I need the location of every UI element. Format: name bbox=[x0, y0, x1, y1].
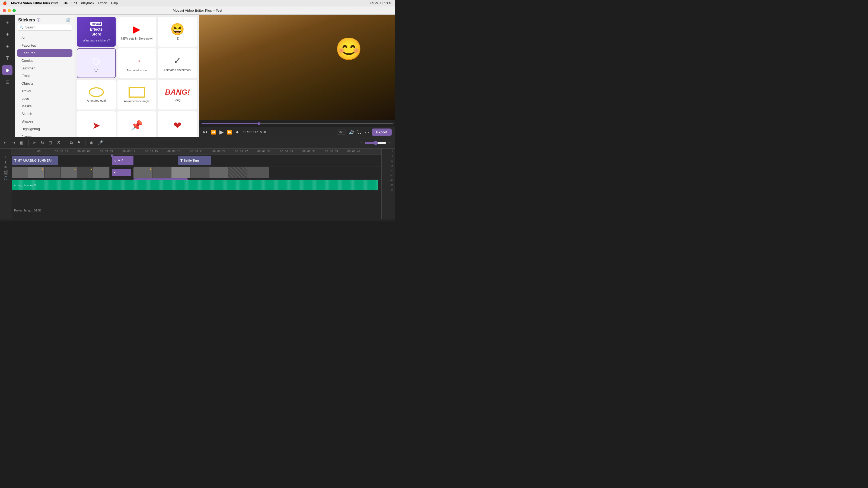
delete-button[interactable]: 🗑 bbox=[19, 139, 25, 147]
undo-button[interactable]: ↩ bbox=[3, 139, 8, 147]
text-track-icon: T bbox=[5, 161, 6, 164]
menu-help[interactable]: Help bbox=[111, 1, 118, 5]
sticker-oval[interactable]: Animated oval bbox=[77, 80, 116, 109]
ruler-9: 00:00:09 bbox=[95, 150, 118, 153]
menu-playback[interactable]: Playback bbox=[81, 1, 94, 5]
stickers-grid: movavi EffectsStore Want more stickers? … bbox=[77, 17, 197, 137]
apple-icon[interactable]: 🍎 bbox=[3, 1, 7, 5]
menu-export[interactable]: Export bbox=[98, 1, 107, 5]
title-icon-1: T bbox=[14, 158, 17, 163]
nav-highlighting[interactable]: Highlighting bbox=[17, 125, 72, 133]
sticker-arrow[interactable]: → Animated arrow bbox=[118, 48, 156, 78]
tool-filter[interactable]: ⊞ bbox=[2, 41, 12, 52]
nav-sketch[interactable]: Sketch bbox=[17, 110, 72, 118]
aspect-ratio[interactable]: 16:9 bbox=[337, 130, 346, 134]
sticker-smiley[interactable]: ☺ ^_^ bbox=[77, 48, 116, 78]
sticker-laugh[interactable]: 😆 :'D bbox=[158, 17, 197, 46]
nav-love[interactable]: Love bbox=[17, 95, 72, 102]
eye-icon[interactable]: 👁 bbox=[4, 165, 7, 169]
ruler-0: 00 bbox=[28, 150, 50, 153]
arrow-label: Animated arrow bbox=[126, 68, 147, 72]
export-button[interactable]: Export bbox=[372, 129, 392, 136]
cart-button[interactable]: 🛒 bbox=[66, 18, 71, 23]
zoom-slider[interactable] bbox=[365, 141, 386, 145]
rect-label: Animated rectangle bbox=[124, 99, 150, 103]
tool-text[interactable]: T bbox=[2, 53, 12, 63]
separator-1 bbox=[28, 140, 29, 145]
sticker-filmstrip-clip[interactable]: ★ bbox=[112, 169, 131, 176]
nav-shapes[interactable]: Shapes bbox=[17, 118, 72, 125]
right-levels: 0 -5 -10 -15 -20 -30 -40 -50 -60 bbox=[381, 149, 395, 219]
step-forward-button[interactable]: ⏩ bbox=[226, 129, 233, 135]
add-track-button[interactable]: ＋ bbox=[4, 155, 8, 159]
sticker-checkmark[interactable]: ✓ Animated checkmark bbox=[158, 48, 197, 78]
nav-favorites[interactable]: Favorites bbox=[17, 42, 72, 49]
fullscreen-button[interactable]: ⛶ bbox=[357, 129, 362, 135]
nav-comics[interactable]: Comics bbox=[17, 57, 72, 64]
filmstrip-1[interactable]: ★ ★ ★ bbox=[12, 167, 110, 178]
smiley-overlay: 😊 bbox=[335, 36, 362, 62]
tool-stickers[interactable]: ☻ bbox=[2, 65, 12, 75]
video-controls: ⏮ ⏪ ▶ ⏩ ⏭ 00:00:12.510 16:9 🔊 ⛶ ⋯ Export bbox=[199, 127, 395, 137]
close-button[interactable] bbox=[3, 9, 6, 12]
zoom-in-button[interactable]: + bbox=[388, 139, 392, 147]
sticker-rect[interactable]: Animated rectangle bbox=[118, 80, 156, 109]
flag-button[interactable]: ⚑ bbox=[76, 139, 82, 147]
tool-effects[interactable]: ✦ bbox=[2, 29, 12, 40]
nav-summer[interactable]: Summer bbox=[17, 65, 72, 72]
skip-start-button[interactable]: ⏮ bbox=[203, 129, 208, 135]
filmstrip-2[interactable]: ★ bbox=[133, 167, 269, 178]
overlay-button[interactable]: ⧉ bbox=[69, 139, 74, 147]
play-button[interactable]: ▶ bbox=[219, 128, 224, 136]
nav-all[interactable]: All bbox=[17, 34, 72, 41]
tracks-area: T MY AMAZING SUMMER I ☺ ^_^ T Selfie Tim… bbox=[11, 155, 381, 208]
sticker-bang[interactable]: BANG! Bang! bbox=[158, 80, 197, 109]
title-bar: Movavi Video Editor Plus – Test bbox=[0, 6, 395, 14]
redo-button[interactable]: ↪ bbox=[10, 139, 16, 147]
menu-edit[interactable]: Edit bbox=[72, 1, 77, 5]
minimize-button[interactable] bbox=[8, 9, 11, 12]
title-clip-2[interactable]: T Selfie Time! bbox=[178, 156, 211, 165]
nav-featured[interactable]: Featured bbox=[17, 50, 72, 57]
sticker-arrow-small[interactable]: ➤ bbox=[77, 111, 116, 137]
tool-add[interactable]: ＋ bbox=[2, 18, 12, 28]
crop-button[interactable]: ⊡ bbox=[48, 139, 53, 147]
search-bar: 🔍 bbox=[17, 24, 72, 31]
toolbar-strip: ↩ ↪ 🗑 ✂ ↻ ⊡ ⏱ ⧉ ⚑ ⊕ 🎤 − + bbox=[0, 137, 395, 149]
nav-masks[interactable]: Masks bbox=[17, 102, 72, 110]
tool-transitions[interactable]: ⊟ bbox=[2, 77, 12, 87]
sticker-pin[interactable]: 📌 bbox=[118, 111, 156, 137]
nav-objects[interactable]: Objects bbox=[17, 80, 72, 87]
skip-end-button[interactable]: ⏭ bbox=[235, 129, 240, 135]
more-options-button[interactable]: ⋯ bbox=[364, 129, 370, 135]
sticker-heart[interactable]: ❤ bbox=[158, 111, 197, 137]
nav-travel[interactable]: Travel bbox=[17, 87, 72, 95]
track-controls: ＋ T 👁 🎬 🎵 bbox=[0, 149, 11, 219]
mic-button[interactable]: 🎤 bbox=[97, 139, 104, 147]
level-neg10: -10 bbox=[390, 159, 393, 162]
title-clip-1[interactable]: T MY AMAZING SUMMER I bbox=[12, 156, 58, 165]
sticker-clip[interactable]: ☺ ^_^ bbox=[112, 156, 133, 165]
nav-emoji[interactable]: Emoji bbox=[17, 72, 72, 79]
position-button[interactable]: ⊕ bbox=[89, 139, 94, 147]
timer-button[interactable]: ⏱ bbox=[55, 139, 62, 147]
menu-file[interactable]: File bbox=[62, 1, 67, 5]
audio-clip[interactable]: efree_Days.mp3 bbox=[12, 180, 378, 190]
zoom-out-button[interactable]: − bbox=[359, 139, 364, 147]
volume-button[interactable]: 🔊 bbox=[348, 129, 354, 135]
rotate-button[interactable]: ↻ bbox=[40, 139, 45, 147]
search-input[interactable] bbox=[25, 26, 70, 29]
progress-bar[interactable] bbox=[202, 123, 393, 124]
sticker-store[interactable]: movavi EffectsStore Want more stickers? bbox=[77, 17, 116, 46]
bottom-section: ↩ ↪ 🗑 ✂ ↻ ⊡ ⏱ ⧉ ⚑ ⊕ 🎤 − + ＋ T � bbox=[0, 137, 395, 221]
nav-arrows[interactable]: Arrows bbox=[17, 133, 72, 137]
level-neg50: -50 bbox=[390, 184, 393, 187]
cut-button[interactable]: ✂ bbox=[32, 139, 37, 147]
info-icon[interactable]: ⓘ bbox=[37, 18, 40, 23]
level-neg15: -15 bbox=[390, 164, 393, 167]
step-back-button[interactable]: ⏪ bbox=[210, 129, 217, 135]
maximize-button[interactable] bbox=[12, 9, 16, 12]
level-neg30: -30 bbox=[390, 174, 393, 177]
sticker-new-sets[interactable]: ▶ NEW sets in Store now! bbox=[118, 17, 156, 46]
playhead[interactable] bbox=[112, 155, 112, 208]
